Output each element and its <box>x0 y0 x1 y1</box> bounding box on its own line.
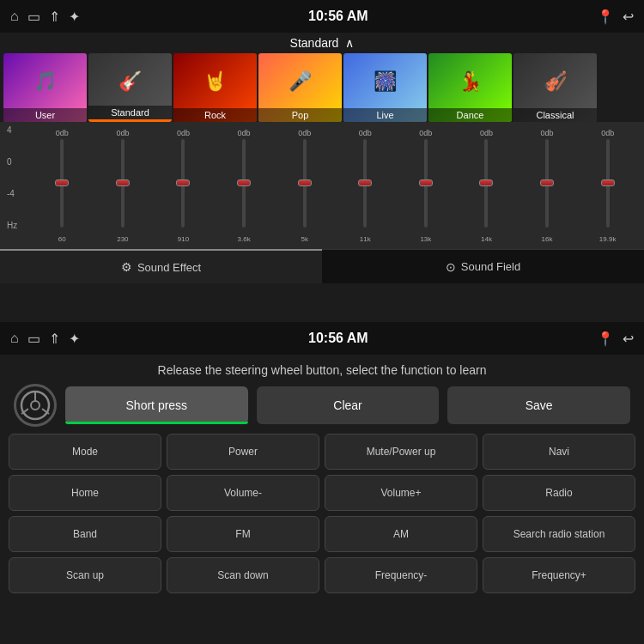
eq-slider-handle-1[interactable] <box>116 179 130 186</box>
eq-freq-3: 3.6k <box>238 235 251 243</box>
genre-name-standard: Standard <box>88 106 172 119</box>
svg-point-1 <box>31 401 39 410</box>
up-icon[interactable]: ⇑ <box>49 9 60 25</box>
eq-slider-track-8[interactable] <box>545 139 549 228</box>
func-btn-band[interactable]: Band <box>9 516 161 552</box>
eq-slider-handle-8[interactable] <box>540 179 554 186</box>
genre-name-pop: Pop <box>258 108 342 122</box>
save-button[interactable]: Save <box>447 386 630 424</box>
eq-db-0: 0db <box>56 129 69 137</box>
usb-icon: ✦ <box>69 9 80 25</box>
bottom-up-icon[interactable]: ⇑ <box>49 331 60 347</box>
eq-slider-handle-4[interactable] <box>298 179 312 186</box>
genre-item-classical[interactable]: 🎻 Classical <box>513 53 597 122</box>
bottom-back-icon[interactable]: ↩ <box>623 331 634 347</box>
eq-slider-track-9[interactable] <box>606 139 610 228</box>
clear-button[interactable]: Clear <box>257 386 440 424</box>
eq-slider-handle-3[interactable] <box>237 179 251 186</box>
func-btn-frequency-minus[interactable]: Frequency- <box>325 557 477 593</box>
eq-slider-handle-2[interactable] <box>176 179 190 186</box>
eq-channel-16k[interactable]: 0db 16k <box>518 129 577 228</box>
func-btn-search-radio[interactable]: Search radio station <box>483 516 635 552</box>
bottom-status-icons-right: 📍 ↩ <box>597 331 634 347</box>
eq-slider-track-3[interactable] <box>242 139 246 228</box>
genre-thumb-live: 🎆 <box>343 53 427 109</box>
func-btn-frequency-plus[interactable]: Frequency+ <box>483 557 635 593</box>
eq-channel-60[interactable]: 0db 60 <box>33 129 92 228</box>
eq-channel-230[interactable]: 0db 230 <box>94 129 153 228</box>
eq-slider-track-0[interactable] <box>60 139 64 228</box>
sound-field-icon: ⊙ <box>446 260 456 274</box>
func-btn-mode[interactable]: Mode <box>9 434 161 470</box>
bottom-clock: 10:56 AM <box>308 331 368 346</box>
func-btn-navi[interactable]: Navi <box>483 434 635 470</box>
bottom-panel: ⌂ ▭ ⇑ ✦ 10:56 AM 📍 ↩ Release the steerin… <box>0 322 644 644</box>
genre-name-live: Live <box>343 108 427 122</box>
function-grid: ModePowerMute/Power upNaviHomeVolume-Vol… <box>0 434 644 593</box>
func-btn-volume-plus[interactable]: Volume+ <box>325 475 477 511</box>
back-icon[interactable]: ↩ <box>623 9 634 25</box>
func-btn-am[interactable]: AM <box>325 516 477 552</box>
genre-item-pop[interactable]: 🎤 Pop <box>258 53 342 122</box>
eq-slider-handle-9[interactable] <box>601 179 615 186</box>
genre-item-standard[interactable]: 🎸 Standard <box>88 53 172 122</box>
func-btn-power[interactable]: Power <box>167 434 319 470</box>
eq-db-7: 0db <box>480 129 493 137</box>
bottom-location-icon[interactable]: 📍 <box>597 331 614 347</box>
eq-slider-track-6[interactable] <box>424 139 428 228</box>
eq-left-labels: 4 0 -4 Hz <box>7 125 33 246</box>
func-btn-fm[interactable]: FM <box>167 516 319 552</box>
home-icon[interactable]: ⌂ <box>10 9 19 24</box>
bottom-window-icon[interactable]: ▭ <box>27 331 40 347</box>
eq-channel-19.9k[interactable]: 0db 19.9k <box>578 129 637 228</box>
preset-bar[interactable]: Standard ∧ <box>0 33 644 53</box>
eq-slider-track-4[interactable] <box>303 139 307 228</box>
eq-slider-track-1[interactable] <box>121 139 125 228</box>
func-btn-mute-power-up[interactable]: Mute/Power up <box>325 434 477 470</box>
eq-label-neg4: -4 <box>7 189 29 198</box>
eq-label-0: 0 <box>7 157 29 167</box>
eq-slider-track-7[interactable] <box>484 139 488 228</box>
eq-sliders: 0db 60 0db 230 0db 910 0db 3.6k 0db 5k 0… <box>33 125 637 246</box>
eq-freq-6: 13k <box>420 235 431 243</box>
genre-name-rock: Rock <box>173 108 257 122</box>
steering-wheel-icon <box>14 384 57 427</box>
eq-channel-5k[interactable]: 0db 5k <box>275 129 334 228</box>
eq-channel-14k[interactable]: 0db 14k <box>457 129 516 228</box>
eq-freq-0: 60 <box>58 235 66 243</box>
eq-slider-track-5[interactable] <box>363 139 367 228</box>
window-icon[interactable]: ▭ <box>27 9 40 25</box>
eq-db-8: 0db <box>541 129 554 137</box>
genre-item-rock[interactable]: 🤘 Rock <box>173 53 257 122</box>
eq-channel-11k[interactable]: 0db 11k <box>336 129 395 228</box>
action-row: Short press Clear Save <box>0 384 644 427</box>
genre-item-dance[interactable]: 💃 Dance <box>428 53 512 122</box>
genre-item-live[interactable]: 🎆 Live <box>343 53 427 122</box>
genre-item-user[interactable]: 🎵 User <box>3 53 87 122</box>
eq-freq-9: 19.9k <box>599 235 617 243</box>
tab-sound-field[interactable]: ⊙ Sound Field <box>322 249 644 283</box>
eq-slider-handle-6[interactable] <box>419 179 433 186</box>
func-btn-scan-up[interactable]: Scan up <box>9 557 161 593</box>
func-btn-scan-down[interactable]: Scan down <box>167 557 319 593</box>
eq-slider-handle-5[interactable] <box>358 179 372 186</box>
eq-channel-910[interactable]: 0db 910 <box>154 129 213 228</box>
bottom-home-icon[interactable]: ⌂ <box>10 331 19 346</box>
genre-name-user: User <box>3 108 87 122</box>
location-icon[interactable]: 📍 <box>597 9 614 25</box>
eq-slider-handle-0[interactable] <box>55 179 69 186</box>
top-status-icons-right: 📍 ↩ <box>597 9 634 25</box>
top-status-icons-left: ⌂ ▭ ⇑ ✦ <box>10 9 80 25</box>
func-btn-volume-minus[interactable]: Volume- <box>167 475 319 511</box>
eq-slider-track-2[interactable] <box>181 139 185 228</box>
eq-channel-3.6k[interactable]: 0db 3.6k <box>215 129 274 228</box>
eq-slider-handle-7[interactable] <box>479 179 493 186</box>
preset-chevron-icon[interactable]: ∧ <box>345 36 354 50</box>
func-btn-radio[interactable]: Radio <box>483 475 635 511</box>
tab-sound-effect[interactable]: ⚙ Sound Effect <box>0 249 322 283</box>
short-press-button[interactable]: Short press <box>65 386 248 424</box>
eq-channel-13k[interactable]: 0db 13k <box>397 129 456 228</box>
eq-db-1: 0db <box>116 129 129 137</box>
eq-freq-2: 910 <box>178 235 189 243</box>
func-btn-home[interactable]: Home <box>9 475 161 511</box>
